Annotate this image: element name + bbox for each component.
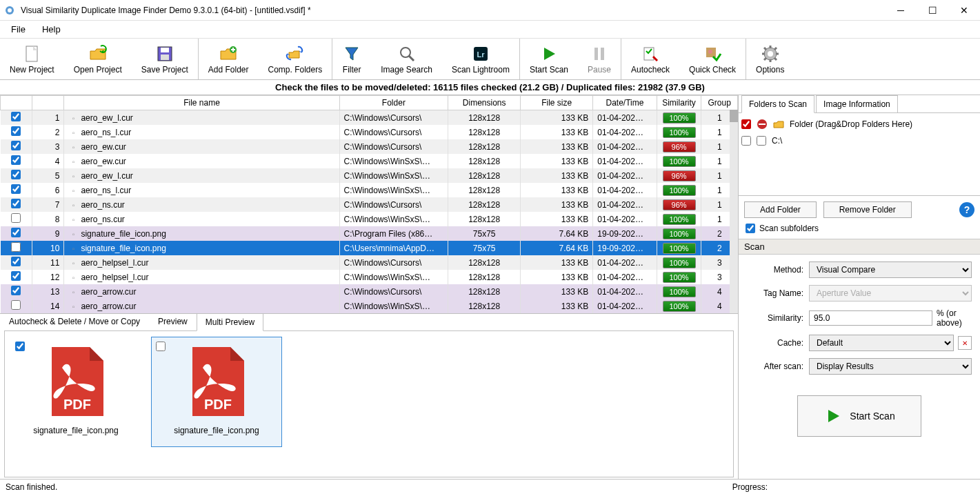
thumb-image: PDF: [38, 340, 114, 423]
save-project-button[interactable]: Save Project: [132, 39, 198, 79]
image-search-button[interactable]: Image Search: [371, 39, 442, 79]
tab-image-information[interactable]: Image Information: [816, 95, 898, 112]
file-icon: ▫: [68, 216, 78, 224]
autocheck-button[interactable]: Autocheck: [621, 39, 679, 79]
table-row[interactable]: 1▫aero_ew_l.curC:\Windows\Cursors\128x12…: [1, 110, 738, 126]
col-number[interactable]: [32, 96, 64, 110]
folder-row-checkbox[interactable]: [741, 136, 751, 146]
similarity-input[interactable]: [809, 310, 932, 326]
file-name-cell: ▫aero_ew.cur: [64, 139, 339, 154]
table-row[interactable]: 5▫aero_ew_l.curC:\Windows\WinSxS\…128x12…: [1, 168, 738, 183]
row-checkbox[interactable]: [11, 170, 21, 179]
menu-help[interactable]: Help: [35, 21, 68, 37]
row-checkbox[interactable]: [11, 286, 21, 295]
clear-cache-button[interactable]: ✕: [958, 336, 972, 350]
table-row[interactable]: 6▫aero_ns_l.curC:\Windows\WinSxS\…128x12…: [1, 183, 738, 197]
new-project-button[interactable]: New Project: [0, 39, 64, 79]
menu-file[interactable]: File: [4, 21, 32, 37]
col-dimensions[interactable]: Dimensions: [448, 96, 521, 110]
col-datetime[interactable]: Date/Time: [593, 96, 657, 110]
row-checkbox[interactable]: [11, 126, 21, 136]
similarity-cell: 100%: [657, 125, 701, 139]
scan-subfolders-checkbox[interactable]: [746, 224, 755, 233]
minimize-button[interactable]: ─: [885, 0, 917, 21]
results-table[interactable]: File name Folder Dimensions File size Da…: [0, 95, 738, 313]
row-checkbox[interactable]: [11, 257, 21, 266]
folder-row-checkbox[interactable]: [741, 119, 751, 129]
svg-point-15: [708, 50, 712, 54]
folder-protect-checkbox[interactable]: [757, 136, 766, 146]
start-scan-big-button[interactable]: Start Scan: [797, 395, 921, 437]
tab-preview[interactable]: Preview: [149, 313, 197, 330]
table-row[interactable]: 13▫aero_arrow.curC:\Windows\Cursors\128x…: [1, 284, 738, 299]
row-checkbox[interactable]: [11, 155, 21, 165]
add-folder-button[interactable]: Add Folder: [199, 39, 259, 79]
close-button[interactable]: ✕: [948, 0, 980, 21]
tab-autocheck-delete[interactable]: Autocheck & Delete / Move or Copy: [0, 313, 149, 330]
start-scan-button[interactable]: Start Scan: [520, 39, 578, 79]
row-number: 4: [32, 154, 64, 168]
row-checkbox[interactable]: [11, 141, 21, 150]
col-group[interactable]: Group: [701, 96, 738, 110]
row-checkbox[interactable]: [11, 199, 21, 208]
table-row[interactable]: 14▫aero_arrow.curC:\Windows\WinSxS\…128x…: [1, 299, 738, 313]
help-icon[interactable]: ?: [959, 202, 974, 217]
thumb-checkbox[interactable]: [156, 342, 166, 351]
open-project-button[interactable]: Open Project: [64, 39, 132, 79]
row-checkbox[interactable]: [11, 271, 21, 281]
filter-button[interactable]: Filter: [332, 39, 371, 79]
table-row[interactable]: 12▫aero_helpsel_l.curC:\Windows\WinSxS\……: [1, 270, 738, 284]
similarity-cell: 100%: [657, 284, 701, 299]
filesize-cell: 133 KB: [521, 168, 593, 183]
row-checkbox[interactable]: [11, 300, 21, 310]
table-row[interactable]: 8▫aero_ns.curC:\Windows\WinSxS\…128x1281…: [1, 212, 738, 226]
col-similarity[interactable]: Similarity: [657, 96, 701, 110]
table-row[interactable]: 9▫signature_file_icon.pngC:\Program File…: [1, 226, 738, 241]
row-checkbox[interactable]: [11, 228, 21, 237]
preview-thumbnail[interactable]: PDFsignature_file_icon.png: [151, 337, 282, 447]
scan-lightroom-button[interactable]: LrScan Lightroom: [442, 39, 519, 79]
row-checkbox[interactable]: [11, 242, 21, 252]
comp-folders-button[interactable]: Comp. Folders: [258, 39, 332, 79]
folder-cell: C:\Windows\WinSxS\…: [339, 299, 448, 313]
table-row[interactable]: 4▫aero_ew.curC:\Windows\WinSxS\…128x1281…: [1, 154, 738, 168]
table-row[interactable]: 7▫aero_ns.curC:\Windows\Cursors\128x1281…: [1, 197, 738, 212]
afterscan-select[interactable]: Display Results: [809, 358, 972, 375]
col-checkbox[interactable]: [1, 96, 32, 110]
row-checkbox[interactable]: [11, 213, 21, 223]
file-icon: ▫: [68, 187, 78, 195]
gear-icon: [761, 44, 780, 63]
cache-select[interactable]: Default: [809, 335, 954, 351]
quick-check-button[interactable]: Quick Check: [679, 39, 746, 79]
col-filesize[interactable]: File size: [521, 96, 593, 110]
filesize-cell: 7.64 KB: [521, 241, 593, 255]
col-name[interactable]: File name: [64, 96, 339, 110]
dimensions-cell: 128x128: [448, 212, 521, 226]
tab-folders-to-scan[interactable]: Folders to Scan: [741, 95, 814, 113]
method-select[interactable]: Visual Compare: [809, 261, 972, 278]
table-row[interactable]: 2▫aero_ns_l.curC:\Windows\Cursors\128x12…: [1, 125, 738, 139]
table-row[interactable]: 11▫aero_helpsel_l.curC:\Windows\Cursors\…: [1, 255, 738, 270]
row-checkbox[interactable]: [11, 112, 21, 121]
file-name-cell: ▫aero_ew.cur: [64, 154, 339, 168]
remove-folder-button[interactable]: Remove Folder: [823, 201, 912, 218]
preview-thumbnail[interactable]: PDFsignature_file_icon.png: [10, 337, 141, 447]
table-scrollbar[interactable]: [730, 110, 738, 313]
col-folder[interactable]: Folder: [339, 96, 448, 110]
table-row[interactable]: 10▫signature_file_icon.pngC:\Users\mnima…: [1, 241, 738, 255]
table-row[interactable]: 3▫aero_ew.curC:\Windows\Cursors\128x1281…: [1, 139, 738, 154]
options-button[interactable]: Options: [746, 39, 794, 79]
maximize-button[interactable]: ☐: [917, 0, 948, 21]
add-folder-right-button[interactable]: Add Folder: [744, 201, 817, 218]
thumb-checkbox[interactable]: [15, 342, 25, 351]
pause-button[interactable]: Pause: [578, 39, 621, 79]
summary-bar: Check the files to be moved/deleted: 161…: [0, 80, 980, 95]
tagname-select[interactable]: Aperture Value: [809, 285, 972, 302]
filesize-cell: 133 KB: [521, 299, 593, 313]
similarity-cell: 100%: [657, 255, 701, 270]
row-checkbox[interactable]: [11, 184, 21, 194]
similarity-cell: 96%: [657, 139, 701, 154]
scrollbar-thumb[interactable]: [730, 110, 738, 122]
tab-multi-preview[interactable]: Multi Preview: [197, 313, 263, 331]
file-icon: ▫: [68, 245, 78, 253]
